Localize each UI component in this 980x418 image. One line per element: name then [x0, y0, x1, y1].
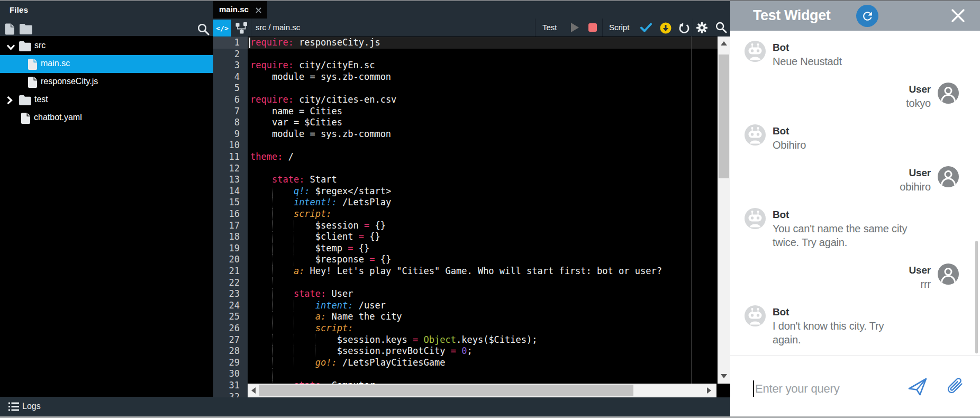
user-avatar-icon	[938, 263, 959, 285]
tree-item-test[interactable]: test	[0, 91, 213, 109]
message-text: rrr	[730, 277, 931, 291]
line-number: 15	[213, 197, 240, 208]
tab-label: main.sc	[219, 5, 249, 14]
editor-search-button[interactable]	[714, 21, 728, 34]
file-icon	[28, 77, 37, 88]
attach-button[interactable]	[944, 376, 967, 399]
logs-bar[interactable]: Logs	[0, 397, 730, 416]
scroll-up-arrow-icon[interactable]	[721, 41, 727, 46]
expand-toggle[interactable]	[6, 96, 16, 104]
code-line-4: module = sys.zb-common	[250, 71, 391, 83]
bot-message: BotNeue Neustadt	[730, 41, 980, 68]
tree-item-responsecity-js[interactable]: responseCity.js	[0, 73, 213, 91]
code-line-9: module = sys.zb-common	[250, 129, 391, 140]
search-icon	[715, 22, 727, 33]
chat-history[interactable]: BotNeue NeustadtUsertokyoBotObihiroUsero…	[730, 31, 980, 356]
text-cursor	[249, 38, 250, 48]
send-button[interactable]	[906, 375, 929, 398]
horizontal-scrollbar-thumb[interactable]	[259, 385, 633, 396]
tab-main-sc[interactable]: main.sc	[213, 1, 267, 19]
validate-script-button[interactable]	[640, 22, 652, 33]
deploy-button[interactable]	[659, 22, 672, 34]
toolbar-separator	[602, 19, 603, 37]
chat-scrollbar-thumb[interactable]	[975, 241, 978, 353]
tree-item-src[interactable]: src	[0, 37, 213, 55]
line-number: 26	[213, 323, 240, 334]
message-text: I don't know this city. Try again.	[773, 319, 913, 347]
line-number: 16	[213, 208, 240, 220]
chevron-right-icon	[6, 96, 13, 105]
chevron-down-icon	[6, 44, 15, 50]
line-number: 8	[213, 117, 240, 129]
line-number: 10	[213, 140, 240, 151]
bot-avatar	[745, 208, 766, 229]
indent-guide	[272, 277, 273, 289]
line-number: 17	[213, 220, 240, 232]
message-text: Obihiro	[773, 138, 913, 152]
line-number: 3	[213, 60, 240, 71]
test-widget-panel: Test Widget BotNeue NeustadtUsertokyoBot…	[730, 0, 980, 416]
user-avatar-icon	[938, 166, 959, 187]
line-number: 23	[213, 288, 240, 300]
gear-icon	[696, 22, 708, 34]
editor-vertical-scrollbar[interactable]	[718, 37, 730, 384]
editor-horizontal-scrollbar[interactable]	[248, 384, 716, 397]
code-line-18: $client = {}	[250, 231, 380, 243]
scroll-right-arrow-icon[interactable]	[707, 387, 711, 394]
sidebar-search-button[interactable]	[196, 22, 210, 36]
history-button[interactable]	[677, 21, 691, 34]
line-number: 11	[213, 151, 240, 163]
logs-list-icon	[8, 402, 19, 411]
scroll-left-arrow-icon[interactable]	[251, 387, 256, 394]
tab-close-icon[interactable]	[256, 7, 261, 13]
restart-test-button[interactable]	[856, 5, 878, 27]
file-icon	[21, 113, 30, 124]
settings-button[interactable]	[695, 21, 709, 34]
flow-diagram-icon	[235, 22, 248, 34]
editor-gutter: 1234567891011121314151617181920212223242…	[213, 37, 248, 397]
stop-test-button[interactable]	[588, 23, 597, 32]
bot-message: BotYou can't name the same city twice. T…	[730, 208, 980, 249]
search-icon	[197, 23, 210, 35]
tree-item-label: main.sc	[41, 59, 70, 68]
code-line-1: require: responseCity.js	[250, 37, 380, 49]
line-number: 24	[213, 300, 240, 312]
tree-item-chatbot-yaml[interactable]: chatbot.yaml	[0, 109, 213, 127]
message-author: User	[730, 263, 931, 277]
bot-avatar	[745, 124, 766, 146]
tree-item-main-sc[interactable]: main.sc	[0, 55, 213, 73]
new-folder-icon	[20, 24, 32, 34]
line-number: 7	[213, 106, 240, 117]
new-folder-button[interactable]	[19, 23, 33, 35]
code-line-24: intent: /user	[250, 300, 386, 312]
user-avatar	[938, 83, 959, 104]
collapse-toggle[interactable]	[6, 43, 16, 51]
line-number: 5	[213, 83, 240, 94]
line-number: 21	[213, 266, 240, 277]
folder-icon	[19, 41, 31, 51]
query-input[interactable]: Enter your query	[755, 382, 839, 396]
new-file-button[interactable]	[3, 23, 16, 35]
scroll-down-arrow-icon[interactable]	[721, 374, 727, 378]
folder-icon	[19, 95, 31, 105]
code-line-3: require: city/cityEn.sc	[250, 60, 375, 71]
tree-item-label: test	[34, 95, 48, 104]
vertical-scrollbar-thumb[interactable]	[719, 54, 729, 178]
code-line-21: a: Hey! Let's play "Cities" Game. Who wi…	[250, 266, 662, 277]
message-author: Bot	[773, 41, 913, 54]
editor-toolbar: </> src / main.sc Test Script	[213, 19, 730, 37]
bot-message: BotI don't know this city. Try again.	[730, 305, 980, 347]
close-icon	[951, 8, 965, 23]
run-test-button[interactable]	[571, 23, 579, 32]
logs-label: Logs	[22, 402, 41, 411]
code-line-16: script:	[250, 208, 332, 220]
visual-editor-button[interactable]	[234, 21, 248, 34]
tree-item-label: chatbot.yaml	[34, 113, 82, 122]
code-view-button[interactable]: </>	[213, 20, 231, 37]
close-widget-button[interactable]	[950, 7, 966, 23]
bot-avatar	[745, 41, 766, 62]
code-line-19: $temp = {}	[250, 243, 369, 255]
line-number: 31	[213, 380, 240, 392]
code-line-25: a: Name the city	[250, 311, 402, 323]
code-editor[interactable]: require: responseCity.jsrequire: city/ci…	[248, 37, 718, 384]
